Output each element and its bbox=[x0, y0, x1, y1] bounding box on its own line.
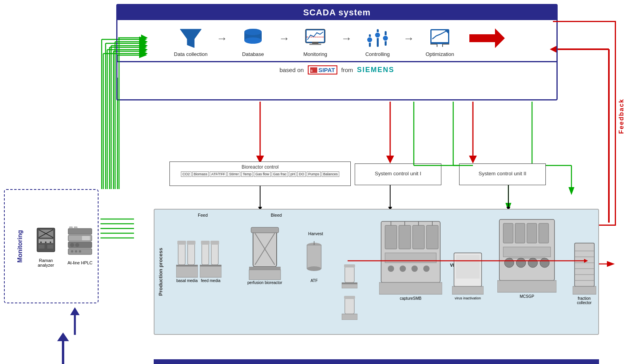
scada-step-controlling: Controlling bbox=[356, 27, 399, 57]
svg-rect-145 bbox=[539, 223, 549, 243]
svg-point-81 bbox=[50, 241, 51, 243]
svg-point-91 bbox=[71, 250, 73, 253]
fraction-collector-item: fraction collector bbox=[570, 241, 598, 305]
svg-rect-101 bbox=[201, 241, 210, 245]
arrow-4: → bbox=[403, 32, 414, 45]
svg-rect-126 bbox=[413, 225, 424, 249]
svg-point-149 bbox=[528, 258, 538, 267]
svg-rect-116 bbox=[345, 267, 354, 282]
system-control-1-title: System control unit I bbox=[375, 171, 421, 176]
tag-atf: ATF/TFF bbox=[210, 171, 227, 177]
atf-label: ATF bbox=[311, 279, 318, 283]
svg-rect-139 bbox=[456, 255, 480, 279]
arrow-1: → bbox=[216, 32, 227, 45]
scada-step-optimization: Optimization bbox=[418, 27, 461, 57]
svg-rect-140 bbox=[452, 286, 484, 294]
basal-media-item: basal media bbox=[176, 231, 198, 283]
svg-point-79 bbox=[40, 241, 42, 243]
raman-icon bbox=[32, 225, 60, 256]
svg-marker-24 bbox=[386, 156, 394, 163]
svg-rect-122 bbox=[342, 314, 357, 320]
harvest-label: Harvest bbox=[308, 231, 323, 236]
controlling-icon bbox=[366, 27, 389, 49]
svg-point-59 bbox=[375, 32, 380, 38]
monitoring-icon bbox=[303, 27, 327, 49]
svg-point-147 bbox=[504, 258, 514, 267]
feedback-top-line bbox=[553, 21, 616, 22]
svg-rect-97 bbox=[187, 241, 195, 245]
svg-rect-154 bbox=[497, 280, 556, 292]
tag-pumps: Pumps bbox=[307, 171, 321, 177]
monitoring-label: Monitoring bbox=[303, 51, 327, 57]
svg-rect-117 bbox=[344, 264, 355, 267]
optimization-label: Optimization bbox=[426, 51, 454, 57]
svg-point-80 bbox=[45, 241, 47, 243]
feed-label: Feed bbox=[198, 213, 208, 217]
svg-point-89 bbox=[70, 243, 74, 247]
tag-biomass: Biomass bbox=[192, 171, 209, 177]
system-control-1-box: System control unit I bbox=[355, 163, 441, 185]
svg-rect-87 bbox=[74, 227, 77, 228]
svg-rect-125 bbox=[399, 225, 411, 249]
capturesmb-label: captureSMB bbox=[400, 296, 421, 301]
bioreactor-tags: CO2 Biomass ATF/TFF Stirrer Temp Gas flo… bbox=[174, 171, 346, 177]
svg-rect-95 bbox=[177, 241, 186, 245]
mcsgp-item: MCSGP bbox=[497, 215, 556, 299]
database-label: Database bbox=[242, 51, 264, 57]
basal-media-label: basal media bbox=[177, 279, 198, 283]
svg-point-135 bbox=[411, 266, 418, 272]
tag-gasflow: Gas flow bbox=[254, 171, 271, 177]
harvest-bottle bbox=[342, 261, 357, 288]
monitoring-box: Monitoring bbox=[4, 189, 99, 303]
raman-analyzer: Raman analyzer bbox=[32, 225, 60, 267]
scada-title: SCADA system bbox=[117, 5, 556, 20]
arrow-3: → bbox=[341, 32, 352, 45]
svg-rect-105 bbox=[200, 266, 221, 277]
feed-media-label: feed media bbox=[201, 279, 220, 283]
svg-rect-51 bbox=[307, 30, 324, 42]
svg-rect-142 bbox=[503, 223, 513, 243]
svg-text:S: S bbox=[311, 69, 313, 72]
svg-rect-94 bbox=[178, 243, 185, 265]
optimization-icon bbox=[428, 27, 452, 49]
svg-rect-118 bbox=[342, 282, 357, 284]
monitoring-vertical-label: Monitoring bbox=[17, 230, 24, 263]
feedback-label: Feedback bbox=[618, 98, 625, 134]
svg-rect-54 bbox=[309, 44, 321, 45]
waste-bottle bbox=[342, 292, 357, 320]
svg-rect-100 bbox=[202, 243, 209, 265]
sipat-logo: S SIPAT bbox=[308, 65, 337, 74]
svg-point-93 bbox=[79, 250, 81, 253]
scada-flow: Data collection → Database → bbox=[117, 20, 556, 61]
svg-rect-111 bbox=[249, 270, 281, 280]
svg-rect-86 bbox=[69, 227, 73, 228]
svg-marker-69 bbox=[469, 28, 505, 48]
svg-marker-167 bbox=[57, 332, 69, 341]
svg-rect-102 bbox=[211, 243, 218, 265]
scada-footer-from: from bbox=[341, 67, 353, 73]
svg-rect-121 bbox=[344, 296, 355, 299]
svg-rect-77 bbox=[39, 245, 45, 249]
svg-rect-110 bbox=[249, 267, 281, 270]
sipat-text: SIPAT bbox=[318, 67, 335, 73]
atf-item: ATF bbox=[304, 239, 324, 283]
database-icon bbox=[241, 27, 265, 49]
bottom-bar bbox=[154, 359, 599, 364]
system-control-2-title: System control unit II bbox=[478, 171, 526, 176]
tag-balances: Balances bbox=[322, 171, 339, 177]
svg-rect-103 bbox=[210, 241, 219, 245]
svg-rect-63 bbox=[432, 30, 448, 42]
siemens-text: SIEMENS bbox=[357, 66, 394, 74]
feedback-right-line bbox=[615, 21, 616, 226]
bioreactor-control-box: Bioreactor control CO2 Biomass ATF/TFF S… bbox=[169, 162, 351, 186]
svg-rect-113 bbox=[307, 245, 321, 269]
svg-point-92 bbox=[75, 250, 77, 253]
svg-rect-109 bbox=[251, 227, 279, 233]
svg-rect-124 bbox=[385, 225, 397, 249]
scada-footer-prefix: based on bbox=[279, 67, 304, 73]
tag-co2: CO2 bbox=[181, 171, 192, 177]
data-collection-label: Data collection bbox=[174, 51, 207, 57]
svg-point-61 bbox=[383, 35, 388, 41]
svg-rect-127 bbox=[426, 225, 438, 249]
svg-point-49 bbox=[244, 29, 262, 35]
